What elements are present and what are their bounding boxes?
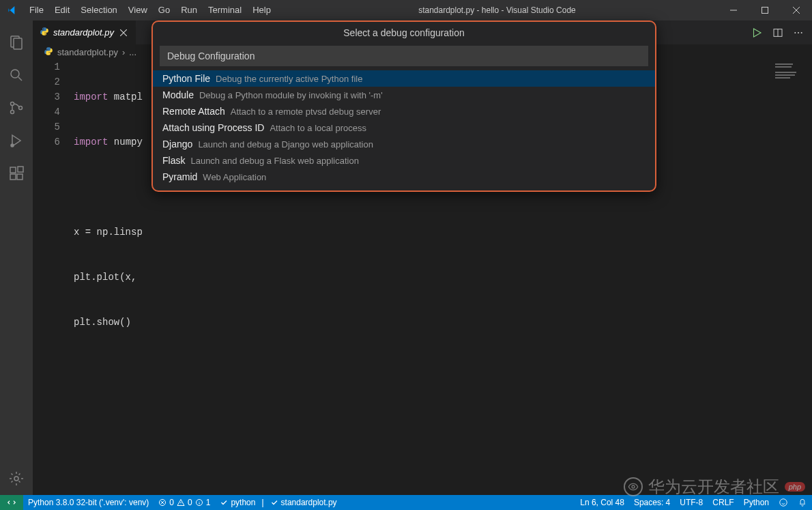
breadcrumb-more: ... xyxy=(129,47,136,57)
menu-edit[interactable]: Edit xyxy=(49,0,75,20)
svg-rect-2 xyxy=(14,38,22,49)
menu-bar: File Edit Selection View Go Run Terminal… xyxy=(24,0,276,20)
menu-selection[interactable]: Selection xyxy=(75,0,122,20)
minimap[interactable] xyxy=(771,59,812,495)
window-title: standardplot.py - hello - Visual Studio … xyxy=(276,5,718,15)
status-active-file[interactable]: standardplot.py xyxy=(265,495,342,510)
quickpick-input[interactable]: Debug Configuration xyxy=(160,46,648,66)
qp-item-python-file[interactable]: Python File Debug the currently active P… xyxy=(153,70,655,87)
svg-point-12 xyxy=(14,477,18,481)
svg-point-14 xyxy=(794,32,796,33)
svg-rect-10 xyxy=(17,174,23,180)
qp-item-module[interactable]: Module Debug a Python module by invoking… xyxy=(153,87,655,103)
search-icon[interactable] xyxy=(0,59,33,91)
editor-actions xyxy=(751,27,812,39)
svg-point-20 xyxy=(780,499,787,507)
eye-icon xyxy=(624,477,643,496)
maximize-button[interactable] xyxy=(749,0,781,20)
minimize-button[interactable] xyxy=(718,0,749,20)
svg-rect-8 xyxy=(10,167,16,173)
qp-item-flask[interactable]: Flask Launch and debug a Flask web appli… xyxy=(153,152,655,169)
activity-bar xyxy=(0,20,33,495)
close-button[interactable] xyxy=(781,0,812,20)
status-language-server[interactable]: python xyxy=(215,495,260,510)
menu-help[interactable]: Help xyxy=(247,0,276,20)
quickpick-title: Select a debug configuration xyxy=(153,22,655,44)
more-actions-icon[interactable] xyxy=(793,27,804,39)
quickpick-list: Python File Debug the currently active P… xyxy=(153,70,655,190)
watermark-badge: php xyxy=(785,482,805,492)
python-file-icon xyxy=(40,27,49,38)
status-cursor-position[interactable]: Ln 6, Col 48 xyxy=(575,495,629,510)
run-file-icon[interactable] xyxy=(751,27,763,39)
status-python-interpreter[interactable]: Python 3.8.0 32-bit ('.venv': venv) xyxy=(23,495,154,510)
remote-indicator[interactable] xyxy=(0,495,23,510)
title-bar: File Edit Selection View Go Run Terminal… xyxy=(0,0,812,20)
svg-point-4 xyxy=(11,102,14,106)
extensions-icon[interactable] xyxy=(0,157,33,190)
svg-point-7 xyxy=(11,144,14,147)
settings-gear-icon[interactable] xyxy=(0,462,33,495)
tab-standardplot[interactable]: standardplot.py xyxy=(33,20,136,44)
menu-run[interactable]: Run xyxy=(175,0,203,20)
svg-point-17 xyxy=(632,485,635,488)
svg-point-3 xyxy=(11,70,19,78)
svg-point-15 xyxy=(798,32,799,33)
svg-rect-0 xyxy=(762,8,768,14)
watermark-text: 华为云开发者社区 xyxy=(648,476,779,498)
breadcrumb-file: standardplot.py xyxy=(57,47,118,57)
line-gutter: 1 2 3 4 5 6 xyxy=(33,59,74,495)
menu-file[interactable]: File xyxy=(24,0,49,20)
menu-go[interactable]: Go xyxy=(153,0,175,20)
breadcrumb-sep: › xyxy=(122,47,125,57)
qp-item-django[interactable]: Django Launch and debug a Django web app… xyxy=(153,136,655,152)
svg-point-16 xyxy=(801,32,802,33)
debug-config-quickpick: Select a debug configuration Debug Confi… xyxy=(151,20,656,192)
vscode-logo-icon xyxy=(0,0,24,20)
tab-close-icon[interactable] xyxy=(118,27,129,38)
svg-rect-9 xyxy=(10,174,16,180)
menu-view[interactable]: View xyxy=(123,0,153,20)
svg-rect-11 xyxy=(18,167,23,172)
qp-item-attach-process[interactable]: Attach using Process ID Attach to a loca… xyxy=(153,119,655,136)
qp-item-remote-attach[interactable]: Remote Attach Attach to a remote ptvsd d… xyxy=(153,103,655,119)
source-control-icon[interactable] xyxy=(0,91,33,124)
status-problems[interactable]: 0 0 1 xyxy=(154,495,215,510)
run-debug-icon[interactable] xyxy=(0,124,33,157)
explorer-icon[interactable] xyxy=(0,26,33,59)
svg-point-5 xyxy=(11,111,14,114)
watermark: 华为云开发者社区 php xyxy=(624,476,805,498)
tab-label: standardplot.py xyxy=(53,27,114,38)
qp-item-pyramid[interactable]: Pyramid Web Application xyxy=(153,169,655,185)
menu-terminal[interactable]: Terminal xyxy=(203,0,247,20)
python-file-icon xyxy=(44,46,53,58)
window-controls xyxy=(718,0,812,20)
split-editor-icon[interactable] xyxy=(772,27,783,39)
